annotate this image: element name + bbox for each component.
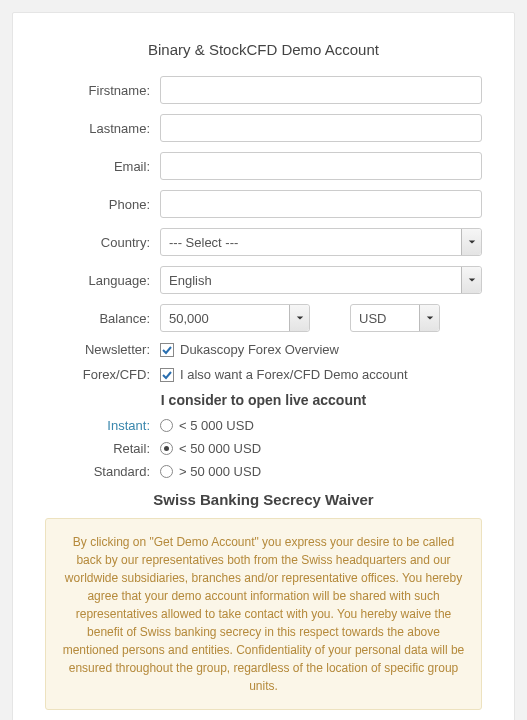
lastname-label: Lastname: <box>45 121 160 136</box>
chevron-down-icon <box>461 267 481 293</box>
waiver-box: By clicking on "Get Demo Account" you ex… <box>45 518 482 710</box>
standard-radio[interactable] <box>160 465 173 478</box>
language-label: Language: <box>45 273 160 288</box>
forexcfd-row: Forex/CFD: I also want a Forex/CFD Demo … <box>45 367 482 382</box>
country-selected: --- Select --- <box>169 235 238 250</box>
instant-row: Instant: < 5 000 USD <box>45 418 482 433</box>
firstname-row: Firstname: <box>45 76 482 104</box>
form-card: Binary & StockCFD Demo Account Firstname… <box>12 12 515 720</box>
firstname-input[interactable] <box>160 76 482 104</box>
standard-text: > 50 000 USD <box>179 464 261 479</box>
balance-amount-select[interactable]: 50,000 <box>160 304 310 332</box>
forexcfd-label: Forex/CFD: <box>45 367 160 382</box>
newsletter-text: Dukascopy Forex Overview <box>180 342 339 357</box>
chevron-down-icon <box>419 305 439 331</box>
instant-radio[interactable] <box>160 419 173 432</box>
balance-row: Balance: 50,000 USD <box>45 304 482 332</box>
balance-label: Balance: <box>45 311 160 326</box>
country-row: Country: --- Select --- <box>45 228 482 256</box>
email-row: Email: <box>45 152 482 180</box>
standard-label: Standard: <box>45 464 160 479</box>
balance-currency-select[interactable]: USD <box>350 304 440 332</box>
instant-label[interactable]: Instant: <box>45 418 160 433</box>
chevron-down-icon <box>289 305 309 331</box>
phone-input[interactable] <box>160 190 482 218</box>
instant-text: < 5 000 USD <box>179 418 254 433</box>
country-label: Country: <box>45 235 160 250</box>
retail-label: Retail: <box>45 441 160 456</box>
retail-text: < 50 000 USD <box>179 441 261 456</box>
lastname-input[interactable] <box>160 114 482 142</box>
waiver-title: Swiss Banking Secrecy Waiver <box>45 491 482 508</box>
firstname-label: Firstname: <box>45 83 160 98</box>
email-input[interactable] <box>160 152 482 180</box>
live-account-heading: I consider to open live account <box>45 392 482 408</box>
newsletter-row: Newsletter: Dukascopy Forex Overview <box>45 342 482 357</box>
language-select[interactable]: English <box>160 266 482 294</box>
chevron-down-icon <box>461 229 481 255</box>
email-label: Email: <box>45 159 160 174</box>
retail-row: Retail: < 50 000 USD <box>45 441 482 456</box>
retail-radio[interactable] <box>160 442 173 455</box>
standard-row: Standard: > 50 000 USD <box>45 464 482 479</box>
lastname-row: Lastname: <box>45 114 482 142</box>
balance-amount: 50,000 <box>169 311 209 326</box>
balance-wrap: 50,000 USD <box>160 304 482 332</box>
phone-row: Phone: <box>45 190 482 218</box>
phone-label: Phone: <box>45 197 160 212</box>
balance-currency: USD <box>359 311 386 326</box>
language-row: Language: English <box>45 266 482 294</box>
country-select[interactable]: --- Select --- <box>160 228 482 256</box>
newsletter-checkbox[interactable] <box>160 343 174 357</box>
language-selected: English <box>169 273 212 288</box>
newsletter-label: Newsletter: <box>45 342 160 357</box>
forexcfd-text: I also want a Forex/CFD Demo account <box>180 367 408 382</box>
forexcfd-checkbox[interactable] <box>160 368 174 382</box>
form-title: Binary & StockCFD Demo Account <box>45 41 482 58</box>
